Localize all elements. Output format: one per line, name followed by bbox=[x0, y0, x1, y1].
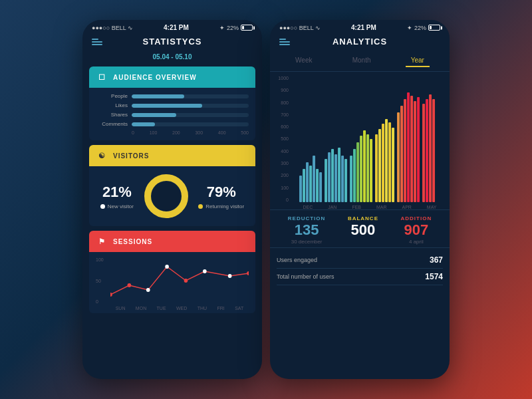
balance-value: 500 bbox=[348, 221, 378, 239]
left-title: STATISTYCS bbox=[143, 37, 202, 47]
svg-point-2 bbox=[152, 182, 181, 211]
svg-rect-17 bbox=[319, 172, 322, 202]
svg-rect-38 bbox=[397, 112, 400, 202]
bar-track-comments bbox=[132, 122, 249, 126]
donut-svg bbox=[143, 173, 190, 219]
svg-rect-46 bbox=[426, 99, 428, 202]
svg-rect-14 bbox=[309, 166, 312, 202]
svg-rect-31 bbox=[370, 139, 372, 202]
svg-rect-42 bbox=[410, 96, 413, 202]
bar-axis: 0100200300400500 bbox=[96, 130, 249, 135]
visitors-header: ☯ VISITORS bbox=[89, 145, 255, 166]
right-battery-area: ✦ 22% bbox=[407, 25, 440, 31]
svg-rect-35 bbox=[385, 119, 388, 202]
x-labels: SUNMONTUEWEDTHUFRISAT bbox=[96, 306, 249, 311]
donut-chart bbox=[143, 173, 190, 219]
svg-point-4 bbox=[128, 283, 132, 287]
bar-row-people: People bbox=[96, 93, 249, 99]
svg-rect-23 bbox=[341, 156, 344, 202]
chart-svg-area bbox=[110, 257, 249, 304]
new-visitor-pct: 21% bbox=[100, 184, 134, 201]
svg-rect-32 bbox=[375, 134, 378, 202]
right-signal: ●●●○○ BELL ∿ bbox=[279, 25, 321, 31]
addition-label: ADDITION bbox=[401, 215, 432, 221]
svg-point-9 bbox=[228, 274, 232, 278]
svg-rect-15 bbox=[313, 156, 315, 202]
analytics-bars-svg bbox=[291, 76, 444, 202]
svg-rect-16 bbox=[316, 169, 319, 202]
stat-reduction: REDUCTION 135 30 december bbox=[288, 215, 326, 245]
svg-rect-48 bbox=[432, 99, 435, 202]
right-wifi-icon: ∿ bbox=[315, 25, 321, 31]
svg-rect-13 bbox=[306, 162, 309, 202]
svg-rect-12 bbox=[303, 169, 305, 202]
right-time: 4:21 PM bbox=[351, 24, 376, 31]
right-phone: ●●●○○ BELL ∿ 4:21 PM ✦ 22% ANALYTICS Wee… bbox=[270, 20, 450, 379]
battery-icon bbox=[241, 25, 253, 31]
audience-header: ☐ AUDIENCE OVERVIEW bbox=[89, 66, 255, 88]
svg-rect-22 bbox=[338, 148, 340, 202]
line-chart-svg bbox=[110, 257, 249, 304]
svg-point-10 bbox=[247, 271, 249, 275]
svg-rect-30 bbox=[366, 134, 369, 202]
tab-week[interactable]: Week bbox=[290, 55, 317, 67]
returning-visitor-stat: 79% Returning visitor bbox=[198, 184, 244, 209]
line-chart: 100500 bbox=[96, 257, 249, 304]
bar-label-shares: Shares bbox=[96, 112, 128, 118]
date-range: 05.04 - 05.10 bbox=[89, 53, 255, 61]
y-labels: 100500 bbox=[96, 257, 104, 304]
stat-addition: ADDITION 907 4 april bbox=[401, 215, 432, 245]
reduction-value: 135 bbox=[288, 221, 326, 239]
bar-fill-shares bbox=[132, 113, 176, 117]
metric-name-engaged: Users engaged bbox=[277, 257, 317, 263]
signal-dots: ●●●○○ BELL ∿ bbox=[92, 25, 133, 31]
new-visitor-label: New visitor bbox=[100, 203, 134, 209]
right-nav-bar: ANALYTICS bbox=[270, 34, 450, 51]
analytics-y-labels: 1000900800700600 5004003002001000 bbox=[275, 76, 291, 202]
svg-rect-19 bbox=[328, 152, 331, 202]
bluetooth-icon: ✦ bbox=[219, 25, 225, 31]
time-display: 4:21 PM bbox=[164, 24, 189, 31]
metric-value-total: 1574 bbox=[425, 272, 443, 281]
sessions-title: SESSIONS bbox=[113, 238, 152, 245]
menu-line-1 bbox=[92, 39, 98, 40]
bar-track-people bbox=[132, 94, 249, 98]
addition-value: 907 bbox=[401, 221, 432, 239]
bar-label-people: People bbox=[96, 93, 128, 99]
right-menu-icon[interactable] bbox=[279, 39, 290, 45]
metric-value-engaged: 367 bbox=[430, 255, 443, 265]
tab-month[interactable]: Month bbox=[347, 55, 376, 67]
right-bluetooth-icon: ✦ bbox=[407, 25, 412, 31]
wifi-icon: ∿ bbox=[128, 25, 133, 31]
menu-line-2 bbox=[92, 41, 102, 43]
svg-rect-25 bbox=[350, 156, 352, 202]
left-status-bar: ●●●○○ BELL ∿ 4:21 PM ✦ 22% bbox=[82, 20, 262, 34]
audience-title: AUDIENCE OVERVIEW bbox=[113, 74, 197, 81]
svg-rect-28 bbox=[360, 136, 362, 202]
metric-row-engaged: Users engaged 367 bbox=[277, 252, 443, 269]
svg-rect-47 bbox=[429, 94, 432, 202]
returning-visitor-label: Returning visitor bbox=[198, 203, 244, 209]
metric-name-total: Total number of users bbox=[277, 273, 334, 280]
svg-rect-18 bbox=[325, 159, 327, 202]
tab-year[interactable]: Year bbox=[406, 55, 430, 67]
menu-line-3 bbox=[92, 44, 102, 45]
right-status-bar: ●●●○○ BELL ∿ 4:21 PM ✦ 22% bbox=[270, 20, 450, 34]
analytics-x-labels: DECJANFEBMARAPRMAY bbox=[275, 205, 444, 209]
chart-wrapper: 1000900800700600 5004003002001000 bbox=[275, 76, 444, 202]
sessions-header: ⚑ SESSIONS bbox=[89, 231, 255, 252]
right-battery-icon bbox=[428, 25, 440, 31]
left-content: 05.04 - 05.10 ☐ AUDIENCE OVERVIEW People… bbox=[82, 51, 262, 379]
svg-point-5 bbox=[146, 288, 150, 292]
analytics-chart-container: 1000900800700600 5004003002001000 bbox=[270, 72, 450, 209]
svg-point-6 bbox=[165, 265, 169, 269]
svg-rect-11 bbox=[299, 176, 302, 202]
bar-track-likes bbox=[132, 104, 249, 108]
svg-point-7 bbox=[184, 279, 188, 283]
bar-row-comments: Comments bbox=[96, 121, 249, 127]
svg-rect-40 bbox=[404, 99, 406, 202]
svg-point-3 bbox=[110, 293, 112, 297]
menu-icon[interactable] bbox=[92, 39, 102, 45]
new-dot bbox=[100, 204, 105, 209]
new-visitor-stat: 21% New visitor bbox=[100, 184, 134, 209]
